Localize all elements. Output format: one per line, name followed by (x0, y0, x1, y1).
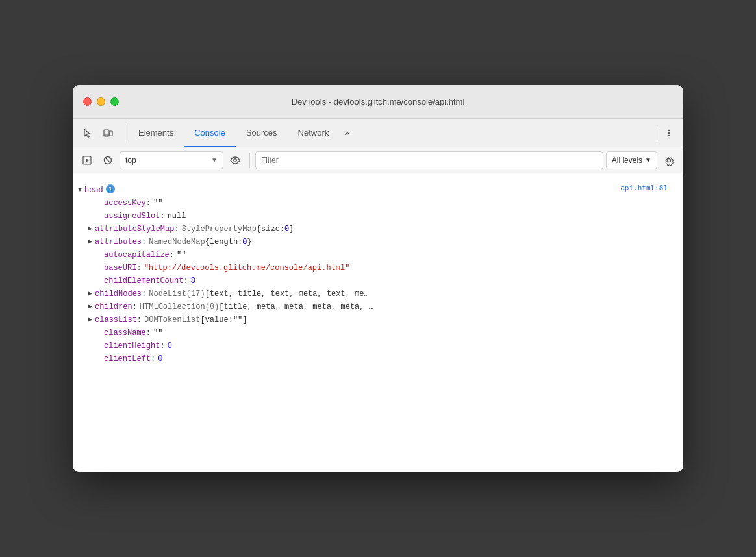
tabs-bar: Elements Console Sources Network » (73, 119, 683, 147)
gear-icon (664, 155, 674, 166)
clear-console-button[interactable] (99, 151, 117, 169)
device-icon (103, 128, 113, 138)
cursor-icon-btn[interactable] (78, 124, 96, 142)
close-button[interactable] (83, 97, 92, 106)
head-object-line: ▼ head i (73, 184, 620, 197)
prop-childNodes: ▶ childNodes: NodeList(17) [text, title,… (73, 288, 683, 301)
childNodes-expand-arrow[interactable]: ▶ (88, 288, 92, 300)
prop-clientHeight: clientHeight: 0 (73, 340, 683, 353)
children-expand-arrow[interactable]: ▶ (88, 301, 92, 313)
svg-point-4 (668, 132, 670, 134)
prop-attributeStyleMap: ▶ attributeStyleMap: StylePropertyMap {s… (73, 223, 683, 236)
prop-baseURI: baseURI: "http://devtools.glitch.me/cons… (73, 262, 683, 275)
minimize-button[interactable] (97, 97, 105, 106)
toolbar-divider (249, 153, 250, 168)
svg-marker-7 (86, 158, 89, 162)
titlebar: DevTools - devtools.glitch.me/console/ap… (73, 85, 683, 119)
log-levels-selector[interactable]: All levels ▼ (606, 151, 657, 169)
chevron-down-icon: ▼ (211, 156, 218, 164)
prop-autocapitalize: autocapitalize: "" (73, 249, 683, 262)
tab-sources[interactable]: Sources (236, 119, 288, 147)
device-icon-btn[interactable] (99, 124, 117, 142)
svg-line-9 (105, 158, 110, 163)
head-expand-arrow[interactable]: ▼ (78, 184, 82, 196)
play-icon (82, 155, 92, 166)
prop-attributes: ▶ attributes: NamedNodeMap {length: 0} (73, 236, 683, 249)
console-output: api.html:81 ▼ head i accessKey: "" assig… (73, 173, 683, 472)
tab-elements[interactable]: Elements (128, 119, 184, 147)
context-selector[interactable]: top ▼ (120, 151, 223, 169)
ellipsis-vertical-icon (664, 128, 674, 138)
info-badge[interactable]: i (106, 184, 115, 193)
prop-classList: ▶ classList: DOMTokenList [value: ""] (73, 314, 683, 327)
more-options-button[interactable] (660, 124, 678, 142)
maximize-button[interactable] (110, 97, 119, 106)
attributes-expand-arrow[interactable]: ▶ (88, 236, 92, 248)
live-expression-button[interactable] (226, 151, 244, 169)
classList-expand-arrow[interactable]: ▶ (88, 314, 92, 326)
prop-accessKey: accessKey: "" (73, 197, 683, 210)
traffic-lights (83, 97, 119, 106)
tab-network[interactable]: Network (288, 119, 340, 147)
prop-childElementCount: childElementCount: 8 (73, 275, 683, 288)
tabs-right-actions (654, 124, 678, 142)
svg-rect-1 (110, 131, 112, 136)
tab-console[interactable]: Console (184, 119, 236, 147)
svg-point-5 (668, 134, 670, 136)
svg-point-10 (234, 158, 236, 161)
prop-assignedSlot: assignedSlot: null (73, 210, 683, 223)
cursor-icon (82, 128, 92, 138)
divider (657, 125, 657, 141)
ban-icon (103, 155, 113, 166)
run-snippet-button[interactable] (78, 151, 96, 169)
source-link-line: api.html:81 (73, 179, 683, 184)
tab-more-button[interactable]: » (339, 119, 354, 147)
source-link[interactable]: api.html:81 (620, 181, 675, 192)
levels-chevron-icon: ▼ (645, 156, 651, 164)
eye-icon (229, 156, 241, 165)
prop-className: className: "" (73, 327, 683, 340)
head-label: head (84, 184, 103, 196)
settings-button[interactable] (660, 151, 678, 169)
filter-input[interactable] (255, 151, 603, 169)
console-toolbar: top ▼ All levels ▼ (73, 147, 683, 173)
prop-clientLeft: clientLeft: 0 (73, 353, 683, 365)
tabs-left-icons (78, 124, 125, 142)
prop-children: ▶ children: HTMLCollection(8) [title, me… (73, 301, 683, 314)
devtools-window: DevTools - devtools.glitch.me/console/ap… (73, 85, 683, 472)
window-title: DevTools - devtools.glitch.me/console/ap… (292, 97, 465, 106)
attributeStyleMap-expand-arrow[interactable]: ▶ (88, 223, 92, 235)
svg-point-3 (668, 129, 670, 131)
